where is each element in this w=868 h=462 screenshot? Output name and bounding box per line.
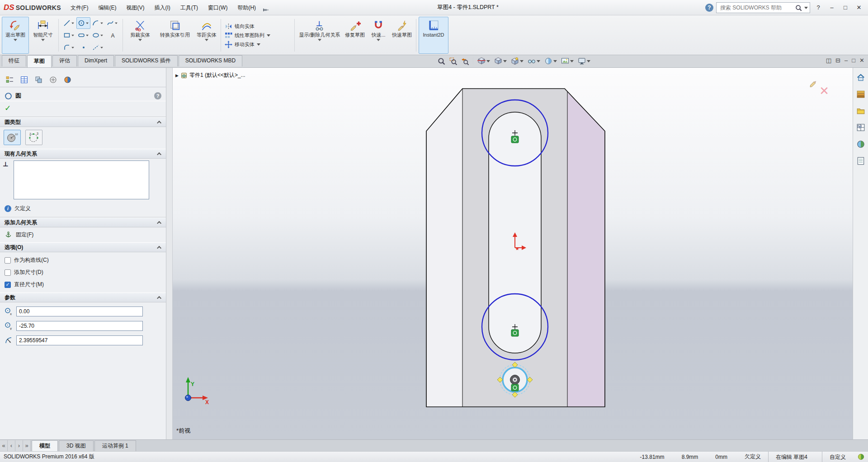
nav-first-button[interactable]: « [0,440,8,451]
circle-tool-button[interactable] [76,17,90,29]
tab-dimxpert[interactable]: DimXpert [78,55,114,66]
nav-last-button[interactable]: » [23,440,31,451]
doc-minimize-icon[interactable]: – [844,57,848,64]
quick-snaps-button[interactable]: 快速... [368,17,389,54]
dropdown-chevron-icon[interactable] [41,39,45,41]
tab-addins[interactable]: SOLIDWORKS 插件 [115,55,178,66]
dropdown-chevron-icon[interactable] [205,39,208,41]
menu-view[interactable]: 视图(V) [121,0,149,15]
dropdown-chevron-icon[interactable] [486,60,490,62]
perimeter-circle-button[interactable]: 32 [25,130,42,145]
arc-tool-button[interactable] [91,17,105,29]
dropdown-chevron-icon[interactable] [138,39,142,41]
property-manager-tab[interactable] [17,74,31,85]
dropdown-chevron-icon[interactable] [553,60,557,62]
design-library-icon[interactable] [855,88,867,100]
pane-layout-icon[interactable]: ⊟ [835,57,840,64]
feature-manager-tab[interactable] [3,74,16,85]
center-y-input[interactable] [16,321,143,331]
minimize-button[interactable]: – [826,2,838,14]
breadcrumb[interactable]: ▶ 零件1 (默认<<默认>_... [175,71,245,79]
search-icon[interactable] [795,5,802,11]
home-icon[interactable] [855,71,867,83]
menu-edit[interactable]: 编辑(E) [93,0,121,15]
appearances-icon[interactable] [855,138,867,150]
flyout-tree-arrow-icon[interactable]: ▶ [175,73,179,78]
graphics-viewport[interactable]: * Y [173,68,853,439]
rapid-sketch-button[interactable]: 快速草图 [390,17,414,54]
section-parameters[interactable]: 参数 [0,292,166,302]
checkbox-icon[interactable]: ✓ [5,282,11,288]
tab-model[interactable]: 模型 [32,440,58,451]
tab-3d-views[interactable]: 3D 视图 [59,440,94,451]
repair-sketch-button[interactable]: 修复草图 [343,17,367,54]
tab-features[interactable]: 特征 [2,55,26,66]
previous-view-icon[interactable] [460,57,470,66]
dropdown-chevron-icon[interactable] [520,60,524,62]
rectangle-tool-button[interactable] [62,29,76,41]
apply-scene-icon[interactable] [560,56,575,66]
doc-restore-icon[interactable]: □ [852,57,855,64]
linear-sketch-pattern-button[interactable]: 线性草图阵列 [225,32,291,39]
section-circle-type[interactable]: 圆类型 [0,117,166,127]
hide-show-items-icon[interactable] [526,56,542,66]
zoom-area-icon[interactable] [448,57,458,66]
dropdown-chevron-icon[interactable] [318,39,321,41]
ok-button[interactable]: ✓ [5,104,11,113]
search-dropdown-icon[interactable] [804,7,808,9]
sketch-indicator-icon[interactable] [807,78,817,88]
nav-prev-button[interactable]: ‹ [8,440,15,451]
menu-tools[interactable]: 工具(T) [175,0,203,15]
nav-next-button[interactable]: › [15,440,23,451]
display-style-icon[interactable] [509,56,525,66]
view-orientation-icon[interactable] [493,56,508,66]
edit-appearance-icon[interactable] [543,56,558,66]
text-tool-button[interactable]: A [105,29,119,41]
relations-listbox[interactable] [14,160,149,199]
search-box[interactable] [716,2,810,13]
app-help-button[interactable]: ? [812,2,825,14]
pin-menu-icon[interactable] [263,7,269,13]
doc-close-icon[interactable]: ✕ [859,57,864,64]
custom-properties-icon[interactable] [855,155,867,167]
convert-entities-button[interactable]: 转换实体引用 [156,17,194,54]
slot-tool-button[interactable] [76,29,90,41]
dropdown-chevron-icon[interactable] [537,60,540,62]
center-x-input[interactable] [16,306,143,316]
maximize-button[interactable]: □ [839,2,852,14]
move-entities-button[interactable]: 移动实体 [225,41,291,48]
checkbox-icon[interactable]: ✓ [5,257,11,264]
offset-entities-button[interactable]: 等距实体 [195,17,218,54]
display-delete-relations-button[interactable]: ⊥ 显示/删除几何关系 [297,17,342,54]
pm-help-icon[interactable]: ? [154,92,161,99]
close-button[interactable]: ✕ [853,2,865,14]
dropdown-chevron-icon[interactable] [267,34,270,37]
dropdown-chevron-icon[interactable] [587,60,590,62]
cancel-sketch-icon[interactable]: ✕ [819,85,829,97]
panel-splitter[interactable] [166,68,173,439]
menu-file[interactable]: 文件(F) [66,0,93,15]
center-circle-button[interactable]: 10 [4,130,21,145]
centerline-tool-button[interactable] [91,42,105,53]
dropdown-chevron-icon[interactable] [14,39,17,41]
section-options[interactable]: 选项(O) [0,242,166,252]
view-palette-icon[interactable] [855,122,867,133]
tab-motion-study[interactable]: 运动算例 1 [94,440,136,451]
display-manager-tab[interactable] [61,74,74,85]
line-tool-button[interactable] [62,17,76,29]
zoom-to-fit-icon[interactable] [436,57,447,66]
tab-sketch[interactable]: 草图 [27,55,52,67]
spline-tool-button[interactable] [105,17,119,29]
custom-toolbar-selector[interactable]: 自定义 [822,452,853,462]
help-ball-icon[interactable]: ? [705,4,713,12]
trim-entities-button[interactable]: 剪裁实体 [125,17,155,54]
menu-help[interactable]: 帮助(H) [232,0,261,15]
point-tool-button[interactable] [76,42,90,53]
section-view-icon[interactable] [476,56,491,66]
checkbox-icon[interactable]: ✓ [5,269,11,276]
section-add-relations[interactable]: 添加几何关系 [0,217,166,227]
radius-input[interactable] [16,335,143,345]
mirror-entities-button[interactable]: 镜向实体 [225,23,291,30]
file-explorer-icon[interactable] [855,105,867,117]
menu-insert[interactable]: 插入(I) [149,0,175,15]
